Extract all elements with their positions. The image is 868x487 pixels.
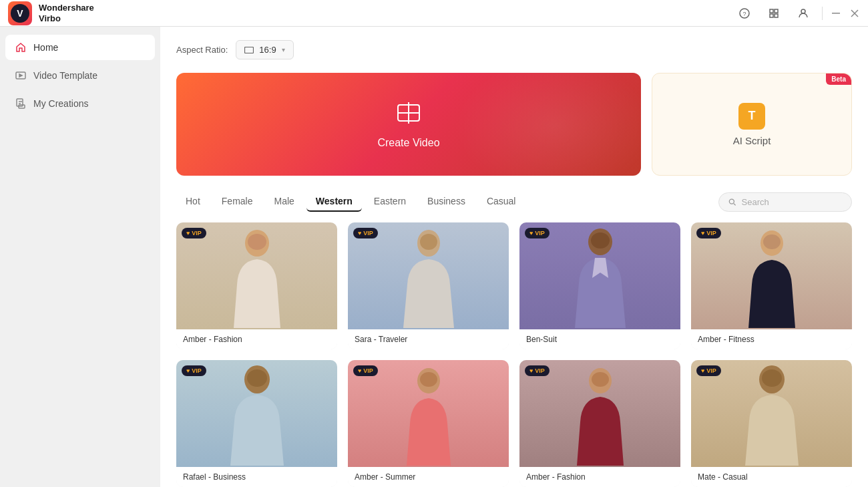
tab-female[interactable]: Female: [212, 192, 262, 212]
grid-button[interactable]: [763, 3, 785, 24]
avatar-figure: [738, 224, 805, 328]
avatar-card-amber-fashion-1[interactable]: ♥VIP Amber - Fashion: [176, 222, 337, 349]
vip-badge: ♥VIP: [525, 228, 550, 238]
avatar-name: Amber - Fashion: [519, 467, 680, 487]
chevron-down-icon: ▾: [282, 46, 285, 53]
avatar-figure: [567, 224, 634, 328]
avatar-image: ♥VIP: [176, 360, 337, 467]
vip-badge: ♥VIP: [182, 365, 206, 376]
video-template-icon: [15, 69, 27, 82]
avatar-name: Sara - Traveler: [348, 329, 509, 349]
svg-point-30: [420, 372, 437, 387]
avatar-image: ♥VIP: [348, 222, 509, 329]
avatar-name: Amber - Fitness: [691, 329, 852, 349]
avatar-image: ♥VIP: [519, 222, 680, 329]
create-video-icon: [395, 100, 422, 132]
aspect-ratio-label: Aspect Ratio:: [176, 45, 228, 55]
avatar-card-amber-fitness[interactable]: ♥VIP Amber - Fitness: [691, 222, 852, 349]
my-creations-icon: [15, 98, 27, 110]
tabs: Hot Female Male Western Eastern Business…: [176, 192, 525, 212]
top-controls: Aspect Ratio: 16:9 ▾: [176, 40, 852, 59]
vip-badge: ♥VIP: [525, 365, 550, 376]
avatar-figure: [738, 362, 805, 466]
tab-casual[interactable]: Casual: [477, 192, 525, 212]
avatar-image: ♥VIP: [348, 360, 509, 467]
avatar-image: ♥VIP: [691, 222, 852, 329]
avatar-figure: [567, 362, 634, 466]
avatar-figure: [395, 224, 462, 328]
svg-rect-7: [832, 13, 840, 14]
avatar-image: ♥VIP: [691, 360, 852, 467]
svg-point-32: [592, 372, 609, 387]
vip-badge: ♥VIP: [696, 365, 721, 376]
home-icon: [15, 41, 27, 53]
aspect-ratio-select[interactable]: 16:9 ▾: [236, 40, 293, 59]
content-area: Aspect Ratio: 16:9 ▾ Create Vid: [160, 27, 868, 487]
avatar-card-amber-summer[interactable]: ♥VIP Amber - Summer: [348, 360, 509, 487]
sidebar-item-video-template[interactable]: Video Template: [5, 63, 155, 88]
app-name: Wondershare Virbo: [39, 3, 94, 23]
tabs-row: Hot Female Male Western Eastern Business…: [176, 192, 852, 212]
avatar-figure: [395, 362, 462, 466]
profile-button[interactable]: [793, 3, 814, 24]
avatar-card-sara-traveler[interactable]: ♥VIP Sara - Traveler: [348, 222, 509, 349]
svg-point-17: [729, 199, 734, 204]
svg-point-26: [763, 234, 781, 249]
svg-text:?: ?: [742, 11, 746, 17]
avatar-figure: [224, 224, 290, 328]
divider: [822, 7, 823, 20]
tab-male[interactable]: Male: [264, 192, 303, 212]
avatar-card-rafael-business[interactable]: ♥VIP Rafael - Business: [176, 360, 337, 487]
svg-rect-5: [775, 14, 778, 17]
avatar-name: Ben-Suit: [519, 329, 680, 349]
avatar-image: ♥VIP: [519, 360, 680, 467]
tab-western[interactable]: Western: [306, 192, 362, 212]
vip-badge: ♥VIP: [182, 228, 206, 238]
ai-script-label: AI Script: [733, 135, 771, 146]
svg-point-24: [591, 232, 610, 249]
main-layout: Home Video Template My Creations: [0, 27, 868, 487]
help-button[interactable]: ?: [734, 3, 755, 24]
home-label: Home: [33, 42, 58, 53]
ai-script-banner[interactable]: Beta T AI Script: [652, 73, 852, 176]
sidebar-item-home[interactable]: Home: [5, 35, 155, 60]
avatar-name: Amber - Fashion: [176, 329, 337, 349]
beta-badge: Beta: [826, 73, 851, 85]
svg-point-22: [420, 234, 437, 250]
svg-point-20: [248, 234, 266, 250]
minimize-button[interactable]: [831, 8, 841, 19]
svg-point-34: [762, 369, 782, 387]
video-template-label: Video Template: [33, 70, 97, 81]
ai-script-icon: T: [738, 103, 765, 130]
aspect-ratio-value: 16:9: [259, 45, 276, 55]
tab-business[interactable]: Business: [418, 192, 475, 212]
tab-eastern[interactable]: Eastern: [365, 192, 415, 212]
svg-line-18: [734, 203, 736, 205]
svg-point-28: [247, 369, 267, 387]
app-branding: V Wondershare Virbo: [8, 1, 94, 25]
tab-hot[interactable]: Hot: [176, 192, 210, 212]
svg-rect-4: [770, 14, 773, 17]
my-creations-label: My Creations: [33, 98, 88, 109]
search-box[interactable]: [718, 192, 852, 212]
avatar-image: ♥VIP: [176, 222, 337, 329]
app-logo: V: [8, 1, 32, 25]
search-input[interactable]: [742, 197, 842, 207]
avatar-card-amber-fashion-2[interactable]: ♥VIP Amber - Fashion: [519, 360, 680, 487]
vip-badge: ♥VIP: [696, 228, 721, 238]
svg-rect-13: [245, 47, 254, 53]
avatar-card-ben-suit[interactable]: ♥VIP Ben-Suit: [519, 222, 680, 349]
svg-point-6: [801, 9, 805, 13]
aspect-ratio-icon: [244, 47, 254, 53]
sidebar-item-my-creations[interactable]: My Creations: [5, 91, 155, 116]
vip-badge: ♥VIP: [353, 228, 378, 238]
avatar-name: Rafael - Business: [176, 467, 337, 487]
avatar-card-mate-casual[interactable]: ♥VIP Mate - Casual: [691, 360, 852, 487]
create-video-banner[interactable]: Create Video: [176, 73, 641, 176]
logo-icon: V: [11, 4, 29, 23]
title-bar: V Wondershare Virbo ?: [0, 0, 868, 27]
svg-rect-2: [770, 9, 773, 13]
close-button[interactable]: [849, 8, 860, 19]
avatars-grid: ♥VIP Amber - Fashion ♥VIP: [176, 222, 852, 487]
avatar-name: Amber - Summer: [348, 467, 509, 487]
